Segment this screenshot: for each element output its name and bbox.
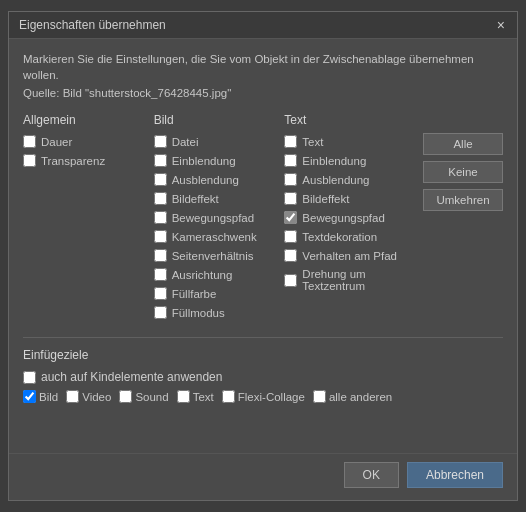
video-target-label: Video — [82, 391, 111, 403]
list-item: Text — [284, 135, 415, 148]
column-bild: Bild Datei Einblendung Ausblendung Bilde… — [154, 113, 285, 325]
list-item: Textdekoration — [284, 230, 415, 243]
fuellmodus-label: Füllmodus — [172, 307, 225, 319]
einblendung2-label: Einblendung — [172, 155, 236, 167]
dauer-label: Dauer — [41, 136, 72, 148]
datei-checkbox[interactable] — [154, 135, 167, 148]
seitenverhaeltnis-checkbox[interactable] — [154, 249, 167, 262]
einfuge-section: Einfügeziele auch auf Kindelemente anwen… — [23, 348, 503, 403]
text-target-checkbox[interactable] — [177, 390, 190, 403]
list-item: Kameraschwenk — [154, 230, 285, 243]
separator — [23, 337, 503, 338]
datei-label: Datei — [172, 136, 199, 148]
list-item: Flexi-Collage — [222, 390, 305, 403]
keine-button[interactable]: Keine — [423, 161, 503, 183]
alle-anderen-target-checkbox[interactable] — [313, 390, 326, 403]
list-item: Einblendung — [284, 154, 415, 167]
kameraschwenk-checkbox[interactable] — [154, 230, 167, 243]
einblendung2-checkbox[interactable] — [154, 154, 167, 167]
fuellfarbe-label: Füllfarbe — [172, 288, 217, 300]
ausrichtung-checkbox[interactable] — [154, 268, 167, 281]
video-target-checkbox[interactable] — [66, 390, 79, 403]
list-item: Füllfarbe — [154, 287, 285, 300]
list-item: alle anderen — [313, 390, 392, 403]
textdekoration-label: Textdekoration — [302, 231, 377, 243]
transparenz-checkbox[interactable] — [23, 154, 36, 167]
list-item: Bewegungspfad — [154, 211, 285, 224]
kindelemente-row: auch auf Kindelemente anwenden — [23, 370, 503, 384]
list-item: Dauer — [23, 135, 154, 148]
drehung-label: Drehung um Textzentrum — [302, 268, 415, 292]
list-item: Drehung um Textzentrum — [284, 268, 415, 292]
column-allgemein: Allgemein Dauer Transparenz — [23, 113, 154, 325]
bild-target-checkbox[interactable] — [23, 390, 36, 403]
kameraschwenk-label: Kameraschwenk — [172, 231, 257, 243]
list-item: Datei — [154, 135, 285, 148]
col2-header: Bild — [154, 113, 285, 127]
bewegungspfad2-checkbox[interactable] — [154, 211, 167, 224]
bildeffekt3-checkbox[interactable] — [284, 192, 297, 205]
fuellmodus-checkbox[interactable] — [154, 306, 167, 319]
bewegungspfad3-checkbox[interactable] — [284, 211, 297, 224]
umkehren-button[interactable]: Umkehren — [423, 189, 503, 211]
target-row: Bild Video Sound Text Flexi-Collage — [23, 390, 503, 403]
description-text: Markieren Sie die Einstellungen, die Sie… — [23, 51, 503, 83]
drehung-checkbox[interactable] — [284, 274, 297, 287]
einblendung3-label: Einblendung — [302, 155, 366, 167]
ausblendung2-checkbox[interactable] — [154, 173, 167, 186]
list-item: Ausblendung — [284, 173, 415, 186]
sound-target-checkbox[interactable] — [119, 390, 132, 403]
close-button[interactable]: × — [495, 18, 507, 32]
ausblendung3-label: Ausblendung — [302, 174, 369, 186]
ausblendung2-label: Ausblendung — [172, 174, 239, 186]
list-item: Einblendung — [154, 154, 285, 167]
alle-anderen-target-label: alle anderen — [329, 391, 392, 403]
bewegungspfad3-label: Bewegungspfad — [302, 212, 384, 224]
list-item: Ausblendung — [154, 173, 285, 186]
list-item: Sound — [119, 390, 168, 403]
verhalten-checkbox[interactable] — [284, 249, 297, 262]
ausrichtung-label: Ausrichtung — [172, 269, 233, 281]
dialog-footer: OK Abbrechen — [9, 453, 517, 500]
col3-header: Text — [284, 113, 415, 127]
bildeffekt-checkbox[interactable] — [154, 192, 167, 205]
einblendung3-checkbox[interactable] — [284, 154, 297, 167]
flexi-target-checkbox[interactable] — [222, 390, 235, 403]
bild-target-label: Bild — [39, 391, 58, 403]
dialog: Eigenschaften übernehmen × Markieren Sie… — [8, 11, 518, 501]
list-item: Bildeffekt — [284, 192, 415, 205]
kindelemente-checkbox[interactable] — [23, 371, 36, 384]
list-item: Bild — [23, 390, 58, 403]
einfuge-title: Einfügeziele — [23, 348, 503, 362]
list-item: Bewegungspfad — [284, 211, 415, 224]
list-item: Verhalten am Pfad — [284, 249, 415, 262]
bildeffekt3-label: Bildeffekt — [302, 193, 349, 205]
list-item: Video — [66, 390, 111, 403]
dialog-title: Eigenschaften übernehmen — [19, 18, 166, 32]
flexi-target-label: Flexi-Collage — [238, 391, 305, 403]
sound-target-label: Sound — [135, 391, 168, 403]
alle-button[interactable]: Alle — [423, 133, 503, 155]
ok-button[interactable]: OK — [344, 462, 399, 488]
dauer-checkbox[interactable] — [23, 135, 36, 148]
list-item: Text — [177, 390, 214, 403]
list-item: Ausrichtung — [154, 268, 285, 281]
list-item: Seitenverhältnis — [154, 249, 285, 262]
right-buttons: Alle Keine Umkehren — [423, 113, 503, 325]
list-item: Transparenz — [23, 154, 154, 167]
text-target-label: Text — [193, 391, 214, 403]
col1-header: Allgemein — [23, 113, 154, 127]
cancel-button[interactable]: Abbrechen — [407, 462, 503, 488]
column-text: Text Text Einblendung Ausblendung Bildef… — [284, 113, 415, 325]
fuellfarbe-checkbox[interactable] — [154, 287, 167, 300]
source-text: Quelle: Bild "shutterstock_76428445.jpg" — [23, 87, 503, 99]
seitenverhaeltnis-label: Seitenverhältnis — [172, 250, 254, 262]
ausblendung3-checkbox[interactable] — [284, 173, 297, 186]
columns-area: Allgemein Dauer Transparenz Bild Datei — [23, 113, 503, 325]
text-checkbox[interactable] — [284, 135, 297, 148]
list-item: Füllmodus — [154, 306, 285, 319]
transparenz-label: Transparenz — [41, 155, 105, 167]
verhalten-label: Verhalten am Pfad — [302, 250, 397, 262]
textdekoration-checkbox[interactable] — [284, 230, 297, 243]
bildeffekt-label: Bildeffekt — [172, 193, 219, 205]
